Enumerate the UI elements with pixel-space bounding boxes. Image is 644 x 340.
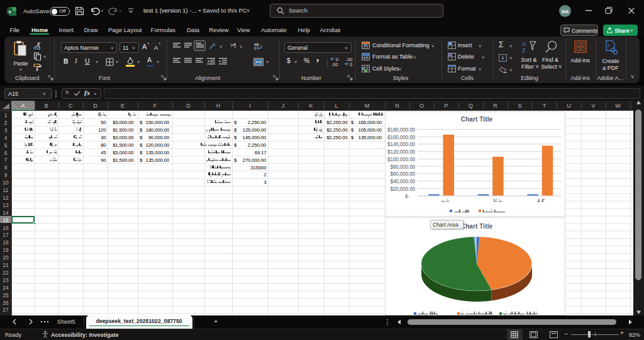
svg-text:0: 0 [350, 62, 352, 67]
svg-text:c: c [254, 46, 257, 50]
svg-text:Z: Z [522, 47, 526, 53]
svg-text:.00: .00 [331, 62, 338, 67]
svg-text:λ: λ [607, 43, 610, 48]
svg-text:A: A [522, 41, 526, 47]
